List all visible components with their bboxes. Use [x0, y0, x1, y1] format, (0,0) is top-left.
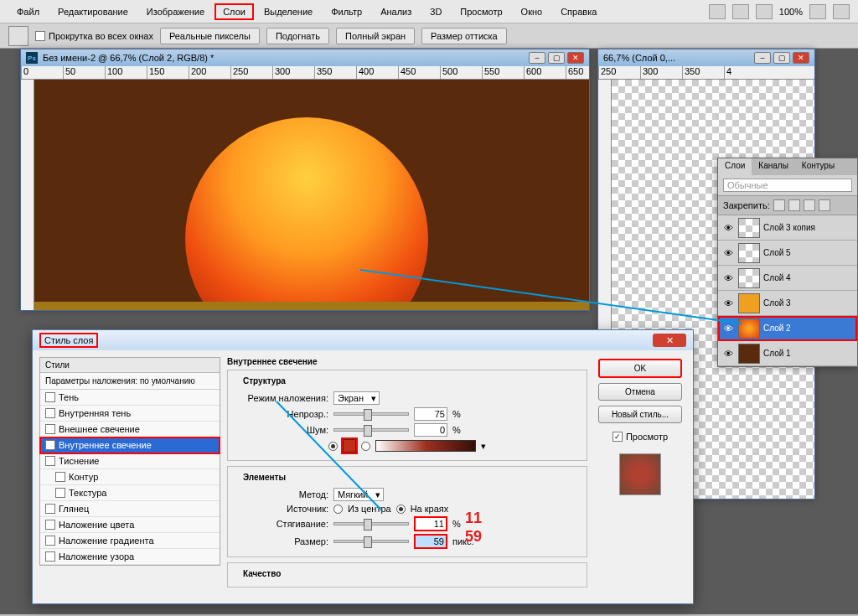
close-icon[interactable]: ✕ [793, 52, 809, 64]
opacity-slider[interactable] [333, 412, 409, 416]
close-icon[interactable]: ✕ [567, 52, 584, 64]
lock-all-icon[interactable] [819, 199, 830, 211]
layer-name[interactable]: Слой 3 [763, 298, 854, 308]
gradient-radio[interactable] [361, 442, 370, 451]
layer-thumbnail[interactable] [738, 293, 760, 313]
menu-help[interactable]: Справка [552, 3, 605, 20]
choke-input[interactable] [414, 516, 447, 531]
arrange-icon[interactable] [809, 4, 826, 19]
layer-thumbnail[interactable] [738, 344, 760, 364]
scroll-all-checkbox[interactable]: Прокрутка во всех окнах [35, 31, 153, 41]
menu-edit[interactable]: Редактирование [49, 3, 137, 20]
layer-name[interactable]: Слой 2 [763, 324, 854, 333]
tab-layers[interactable]: Слои [718, 158, 752, 175]
dialog-titlebar[interactable]: Стиль слоя ✕ [33, 330, 693, 350]
zoom-level[interactable]: 100% [779, 7, 803, 17]
style-inner-glow[interactable]: Внутреннее свечение [40, 437, 220, 453]
layer-name[interactable]: Слой 3 копия [763, 223, 854, 232]
menu-image[interactable]: Изображение [138, 3, 213, 20]
noise-slider[interactable] [333, 428, 409, 432]
canvas-area[interactable] [34, 80, 589, 310]
maximize-icon[interactable]: ▢ [773, 52, 790, 64]
workspace-icon[interactable] [833, 4, 850, 19]
layer-item[interactable]: 👁 Слой 3 копия [718, 215, 857, 241]
glow-color-swatch[interactable] [343, 439, 356, 453]
layer-item[interactable]: 👁 Слой 1 [718, 341, 857, 366]
menu-filter[interactable]: Фильтр [323, 3, 370, 20]
noise-input[interactable] [414, 423, 447, 437]
preview-checkbox[interactable]: Просмотр [612, 432, 668, 442]
layer-item-selected[interactable]: 👁 Слой 2 [718, 316, 857, 341]
visibility-icon[interactable]: 👁 [721, 246, 735, 260]
fit-screen-button[interactable]: Подогнать [266, 28, 329, 44]
gradient-dropdown-icon[interactable]: ▾ [481, 441, 486, 452]
tab-channels[interactable]: Каналы [752, 158, 795, 175]
tab-paths[interactable]: Контуры [795, 158, 841, 175]
style-inner-shadow[interactable]: Внутренняя тень [40, 406, 220, 422]
hand-tool-icon[interactable] [8, 26, 28, 46]
menu-view[interactable]: Просмотр [452, 3, 510, 20]
gradient-picker[interactable] [375, 440, 476, 452]
visibility-icon[interactable]: 👁 [721, 347, 735, 360]
layer-thumbnail[interactable] [738, 318, 760, 339]
style-color-overlay[interactable]: Наложение цвета [40, 517, 220, 533]
lock-position-icon[interactable] [804, 199, 815, 211]
layer-name[interactable]: Слой 5 [763, 248, 854, 257]
layer-name[interactable]: Слой 4 [763, 273, 854, 282]
blend-mode-select[interactable]: Обычные [723, 179, 852, 192]
technique-select[interactable]: Мягкий [333, 488, 384, 501]
style-bevel[interactable]: Тиснение [40, 453, 220, 469]
dialog-close-icon[interactable]: ✕ [653, 334, 686, 347]
layer-item[interactable]: 👁 Слой 5 [718, 241, 857, 266]
ok-button[interactable]: OK [598, 359, 682, 378]
layer-item[interactable]: 👁 Слой 4 [718, 266, 857, 291]
menu-file[interactable]: Файл [8, 3, 48, 20]
source-edge-radio[interactable] [396, 505, 406, 514]
print-size-button[interactable]: Размер оттиска [421, 28, 507, 44]
styles-header[interactable]: Стили [40, 358, 220, 373]
canvas[interactable] [21, 80, 589, 310]
menu-layers[interactable]: Слои [214, 3, 254, 20]
maximize-icon[interactable]: ▢ [548, 52, 565, 64]
fill-screen-button[interactable]: Полный экран [336, 28, 415, 44]
lock-pixels-icon[interactable] [788, 199, 800, 211]
layer-thumbnail[interactable] [738, 268, 760, 288]
blending-options[interactable]: Параметры наложения: по умолчанию [40, 373, 220, 390]
style-texture[interactable]: Текстура [40, 485, 220, 501]
source-center-radio[interactable] [333, 505, 343, 514]
style-gradient-overlay[interactable]: Наложение градиента [40, 533, 220, 549]
menu-3d[interactable]: 3D [421, 3, 450, 20]
style-outer-glow[interactable]: Внешнее свечение [40, 422, 220, 437]
style-drop-shadow[interactable]: Тень [40, 390, 220, 406]
layer-name[interactable]: Слой 1 [763, 349, 854, 358]
style-contour[interactable]: Контур [40, 469, 220, 485]
choke-slider[interactable] [333, 522, 409, 525]
window-titlebar-2[interactable]: 66,7% (Слой 0,... – ▢ ✕ [598, 49, 814, 66]
menu-analysis[interactable]: Анализ [372, 3, 420, 20]
lock-transparency-icon[interactable] [773, 199, 785, 211]
menu-select[interactable]: Выделение [256, 3, 321, 20]
actual-pixels-button[interactable]: Реальные пикселы [160, 28, 260, 44]
visibility-icon[interactable]: 👁 [721, 221, 735, 235]
blend-mode-select[interactable]: Экран [333, 391, 380, 405]
menu-window[interactable]: Окно [513, 3, 551, 20]
layer-item[interactable]: 👁 Слой 3 [718, 291, 857, 316]
minimize-icon[interactable]: – [529, 52, 545, 64]
new-style-button[interactable]: Новый стиль... [598, 406, 682, 423]
bridge-icon[interactable] [709, 4, 726, 19]
size-slider[interactable] [333, 540, 409, 543]
visibility-icon[interactable]: 👁 [721, 272, 735, 285]
style-pattern-overlay[interactable]: Наложение узора [40, 549, 220, 565]
color-radio[interactable] [328, 442, 338, 451]
mb-icon[interactable] [732, 4, 749, 19]
layer-thumbnail[interactable] [738, 218, 760, 238]
size-input[interactable] [414, 534, 447, 549]
layer-thumbnail[interactable] [738, 243, 760, 263]
cancel-button[interactable]: Отмена [598, 383, 682, 401]
minimize-icon[interactable]: – [754, 52, 771, 64]
visibility-icon[interactable]: 👁 [721, 322, 735, 335]
style-satin[interactable]: Глянец [40, 501, 220, 517]
window-titlebar[interactable]: Ps Без имени-2 @ 66,7% (Слой 2, RGB/8) *… [21, 49, 589, 66]
opacity-input[interactable] [414, 407, 447, 421]
screen-mode-icon[interactable] [756, 4, 773, 19]
